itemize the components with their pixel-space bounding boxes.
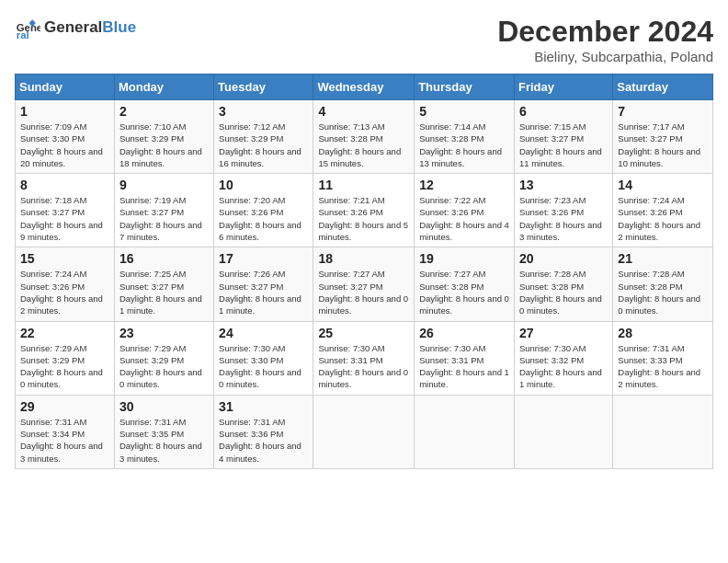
- cell-info: Sunrise: 7:28 AM Sunset: 3:28 PM Dayligh…: [618, 268, 708, 316]
- calendar-week-row: 22 Sunrise: 7:29 AM Sunset: 3:29 PM Dayl…: [16, 321, 713, 395]
- cell-info: Sunrise: 7:24 AM Sunset: 3:26 PM Dayligh…: [618, 194, 708, 243]
- day-number: 27: [519, 326, 608, 340]
- cell-info: Sunrise: 7:31 AM Sunset: 3:34 PM Dayligh…: [20, 416, 109, 465]
- calendar-cell: 17 Sunrise: 7:26 AM Sunset: 3:27 PM Dayl…: [214, 247, 313, 321]
- cell-info: Sunrise: 7:30 AM Sunset: 3:30 PM Dayligh…: [219, 342, 308, 391]
- calendar-cell: 29 Sunrise: 7:31 AM Sunset: 3:34 PM Dayl…: [16, 395, 115, 468]
- location-title: Bieliny, Subcarpathia, Poland: [497, 49, 713, 64]
- cell-info: Sunrise: 7:29 AM Sunset: 3:29 PM Dayligh…: [20, 342, 109, 391]
- cell-info: Sunrise: 7:18 AM Sunset: 3:27 PM Dayligh…: [20, 194, 109, 243]
- header-day: Wednesday: [313, 75, 415, 100]
- cell-info: Sunrise: 7:30 AM Sunset: 3:31 PM Dayligh…: [419, 342, 509, 391]
- day-number: 5: [419, 104, 509, 119]
- header-day: Friday: [514, 75, 612, 100]
- calendar-cell: 5 Sunrise: 7:14 AM Sunset: 3:28 PM Dayli…: [415, 100, 515, 174]
- logo-icon: Gene ral: [15, 15, 40, 40]
- day-number: 2: [119, 104, 209, 119]
- header-day: Monday: [114, 75, 213, 100]
- calendar-table: SundayMondayTuesdayWednesdayThursdayFrid…: [15, 74, 713, 469]
- day-number: 7: [618, 104, 708, 119]
- day-number: 15: [20, 251, 109, 266]
- cell-info: Sunrise: 7:30 AM Sunset: 3:31 PM Dayligh…: [318, 342, 409, 391]
- cell-info: Sunrise: 7:31 AM Sunset: 3:36 PM Dayligh…: [219, 416, 308, 465]
- month-title: December 2024: [497, 15, 713, 49]
- calendar-cell: 18 Sunrise: 7:27 AM Sunset: 3:27 PM Dayl…: [313, 247, 415, 321]
- logo-general: General: [44, 18, 102, 36]
- day-number: 24: [219, 326, 308, 340]
- calendar-week-row: 29 Sunrise: 7:31 AM Sunset: 3:34 PM Dayl…: [16, 395, 713, 468]
- day-number: 30: [119, 399, 209, 414]
- logo: Gene ral GeneralBlue: [15, 15, 136, 40]
- day-number: 23: [119, 326, 209, 340]
- calendar-week-row: 8 Sunrise: 7:18 AM Sunset: 3:27 PM Dayli…: [16, 174, 713, 247]
- calendar-cell: 12 Sunrise: 7:22 AM Sunset: 3:26 PM Dayl…: [415, 174, 515, 247]
- cell-info: Sunrise: 7:29 AM Sunset: 3:29 PM Dayligh…: [119, 342, 209, 391]
- cell-info: Sunrise: 7:30 AM Sunset: 3:32 PM Dayligh…: [519, 342, 608, 391]
- calendar-cell: [613, 395, 713, 468]
- day-number: 12: [419, 178, 509, 192]
- calendar-cell: [514, 395, 612, 468]
- calendar-cell: 13 Sunrise: 7:23 AM Sunset: 3:26 PM Dayl…: [514, 174, 612, 247]
- calendar-cell: 25 Sunrise: 7:30 AM Sunset: 3:31 PM Dayl…: [313, 321, 415, 395]
- day-number: 9: [119, 178, 209, 192]
- calendar-cell: 27 Sunrise: 7:30 AM Sunset: 3:32 PM Dayl…: [514, 321, 612, 395]
- day-number: 6: [519, 104, 608, 119]
- cell-info: Sunrise: 7:26 AM Sunset: 3:27 PM Dayligh…: [219, 268, 308, 316]
- calendar-week-row: 15 Sunrise: 7:24 AM Sunset: 3:26 PM Dayl…: [16, 247, 713, 321]
- header: Gene ral GeneralBlue December 2024 Bieli…: [15, 15, 713, 64]
- calendar-cell: 16 Sunrise: 7:25 AM Sunset: 3:27 PM Dayl…: [114, 247, 213, 321]
- day-number: 25: [318, 326, 409, 340]
- title-area: December 2024 Bieliny, Subcarpathia, Pol…: [497, 15, 713, 64]
- cell-info: Sunrise: 7:12 AM Sunset: 3:29 PM Dayligh…: [219, 121, 308, 169]
- cell-info: Sunrise: 7:23 AM Sunset: 3:26 PM Dayligh…: [519, 194, 608, 243]
- day-number: 20: [519, 251, 608, 266]
- calendar-cell: 9 Sunrise: 7:19 AM Sunset: 3:27 PM Dayli…: [114, 174, 213, 247]
- day-number: 29: [20, 399, 109, 414]
- cell-info: Sunrise: 7:27 AM Sunset: 3:28 PM Dayligh…: [419, 268, 509, 316]
- day-number: 3: [219, 104, 308, 119]
- cell-info: Sunrise: 7:21 AM Sunset: 3:26 PM Dayligh…: [318, 194, 409, 243]
- header-day: Thursday: [415, 75, 515, 100]
- day-number: 11: [318, 178, 409, 192]
- calendar-week-row: 1 Sunrise: 7:09 AM Sunset: 3:30 PM Dayli…: [16, 100, 713, 174]
- day-number: 31: [219, 399, 308, 414]
- calendar-cell: 1 Sunrise: 7:09 AM Sunset: 3:30 PM Dayli…: [16, 100, 115, 174]
- cell-info: Sunrise: 7:25 AM Sunset: 3:27 PM Dayligh…: [119, 268, 209, 316]
- calendar-cell: 2 Sunrise: 7:10 AM Sunset: 3:29 PM Dayli…: [114, 100, 213, 174]
- day-number: 21: [618, 251, 708, 266]
- calendar-cell: 4 Sunrise: 7:13 AM Sunset: 3:28 PM Dayli…: [313, 100, 415, 174]
- calendar-cell: 31 Sunrise: 7:31 AM Sunset: 3:36 PM Dayl…: [214, 395, 313, 468]
- header-day: Saturday: [613, 75, 713, 100]
- calendar-cell: 26 Sunrise: 7:30 AM Sunset: 3:31 PM Dayl…: [415, 321, 515, 395]
- calendar-cell: 22 Sunrise: 7:29 AM Sunset: 3:29 PM Dayl…: [16, 321, 115, 395]
- day-number: 4: [318, 104, 409, 119]
- logo-blue: Blue: [102, 18, 136, 36]
- header-day: Sunday: [16, 75, 115, 100]
- day-number: 14: [618, 178, 708, 192]
- calendar-cell: 14 Sunrise: 7:24 AM Sunset: 3:26 PM Dayl…: [613, 174, 713, 247]
- cell-info: Sunrise: 7:17 AM Sunset: 3:27 PM Dayligh…: [618, 121, 708, 169]
- day-number: 1: [20, 104, 109, 119]
- cell-info: Sunrise: 7:28 AM Sunset: 3:28 PM Dayligh…: [519, 268, 608, 316]
- calendar-cell: 21 Sunrise: 7:28 AM Sunset: 3:28 PM Dayl…: [613, 247, 713, 321]
- cell-info: Sunrise: 7:31 AM Sunset: 3:35 PM Dayligh…: [119, 416, 209, 465]
- cell-info: Sunrise: 7:27 AM Sunset: 3:27 PM Dayligh…: [318, 268, 409, 316]
- header-day: Tuesday: [214, 75, 313, 100]
- calendar-cell: 15 Sunrise: 7:24 AM Sunset: 3:26 PM Dayl…: [16, 247, 115, 321]
- cell-info: Sunrise: 7:24 AM Sunset: 3:26 PM Dayligh…: [20, 268, 109, 316]
- cell-info: Sunrise: 7:19 AM Sunset: 3:27 PM Dayligh…: [119, 194, 209, 243]
- day-number: 13: [519, 178, 608, 192]
- cell-info: Sunrise: 7:09 AM Sunset: 3:30 PM Dayligh…: [20, 121, 109, 169]
- day-number: 8: [20, 178, 109, 192]
- cell-info: Sunrise: 7:22 AM Sunset: 3:26 PM Dayligh…: [419, 194, 509, 243]
- svg-text:ral: ral: [17, 29, 29, 40]
- calendar-cell: 8 Sunrise: 7:18 AM Sunset: 3:27 PM Dayli…: [16, 174, 115, 247]
- cell-info: Sunrise: 7:20 AM Sunset: 3:26 PM Dayligh…: [219, 194, 308, 243]
- calendar-cell: 7 Sunrise: 7:17 AM Sunset: 3:27 PM Dayli…: [613, 100, 713, 174]
- day-number: 28: [618, 326, 708, 340]
- calendar-cell: 28 Sunrise: 7:31 AM Sunset: 3:33 PM Dayl…: [613, 321, 713, 395]
- day-number: 17: [219, 251, 308, 266]
- calendar-cell: [415, 395, 515, 468]
- calendar-cell: 19 Sunrise: 7:27 AM Sunset: 3:28 PM Dayl…: [415, 247, 515, 321]
- header-row: SundayMondayTuesdayWednesdayThursdayFrid…: [16, 75, 713, 100]
